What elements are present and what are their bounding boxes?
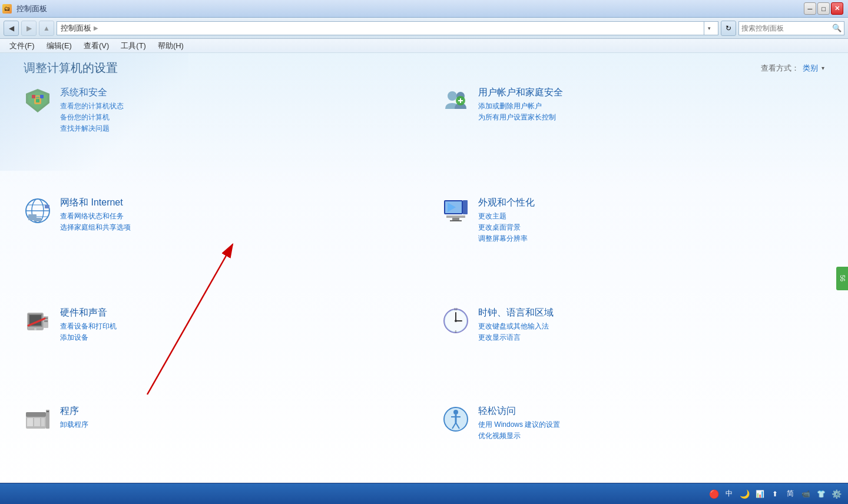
- category-programs: 程序 卸载程序: [24, 405, 406, 492]
- back-button[interactable]: ◀: [4, 21, 19, 36]
- address-field[interactable]: 控制面板 ▶ ▾: [57, 21, 718, 35]
- link-backup[interactable]: 备份您的计算机: [60, 112, 406, 122]
- up-button[interactable]: ▲: [39, 21, 54, 36]
- breadcrumb-item: 控制面板: [61, 23, 91, 34]
- search-icon[interactable]: 🔍: [832, 24, 842, 32]
- hardware-title[interactable]: 硬件和声音: [60, 307, 406, 319]
- minimize-button[interactable]: ─: [804, 2, 816, 15]
- taskbar-icon-0[interactable]: 🔴: [708, 488, 720, 500]
- taskbar-icon-up[interactable]: ⬆: [769, 488, 781, 500]
- link-desktop-bg[interactable]: 更改桌面背景: [478, 223, 824, 233]
- link-troubleshoot[interactable]: 查找并解决问题: [60, 124, 406, 134]
- main-content: 调整计算机的设置 查看方式： 类别 ▾: [0, 53, 848, 504]
- title-bar-controls: ─ □ ✕: [804, 2, 843, 15]
- link-keyboard[interactable]: 更改键盘或其他输入法: [478, 321, 824, 331]
- category-system-security: 系统和安全 查看您的计算机状态 备份您的计算机 查找并解决问题: [24, 87, 406, 185]
- clock-info: 时钟、语言和区域 更改键盘或其他输入法 更改显示语言: [478, 307, 824, 343]
- content-header: 调整计算机的设置 查看方式： 类别 ▾: [0, 53, 848, 81]
- link-resolution[interactable]: 调整屏幕分辨率: [478, 234, 824, 244]
- link-view-status[interactable]: 查看您的计算机状态: [60, 101, 406, 111]
- right-float-element: 56: [836, 267, 848, 290]
- search-box[interactable]: 🔍: [738, 21, 844, 35]
- svg-rect-24: [446, 215, 465, 218]
- appearance-title[interactable]: 外观和个性化: [478, 197, 824, 209]
- link-windows-suggest[interactable]: 使用 Windows 建议的设置: [478, 420, 824, 430]
- taskbar-icon-moon[interactable]: 🌙: [738, 488, 750, 500]
- link-network-status[interactable]: 查看网络状态和任务: [60, 211, 406, 221]
- search-input[interactable]: [741, 24, 832, 32]
- programs-title[interactable]: 程序: [60, 405, 406, 417]
- link-optimize-video[interactable]: 优化视频显示: [478, 431, 824, 441]
- taskbar-icon-video[interactable]: 📹: [800, 488, 811, 500]
- network-links: 查看网络状态和任务 选择家庭组和共享选项: [60, 211, 406, 233]
- link-theme[interactable]: 更改主题: [478, 211, 824, 221]
- taskbar-icon-zh[interactable]: 中: [723, 488, 735, 500]
- svg-rect-26: [450, 220, 462, 221]
- link-display-language[interactable]: 更改显示语言: [478, 333, 824, 343]
- appearance-info: 外观和个性化 更改主题 更改桌面背景 调整屏幕分辨率: [478, 197, 824, 244]
- category-hardware: 硬件和声音 查看设备和打印机 添加设备: [24, 307, 406, 394]
- refresh-button[interactable]: ↻: [721, 21, 736, 36]
- system-security-title[interactable]: 系统和安全: [60, 87, 406, 99]
- svg-rect-45: [34, 418, 40, 426]
- link-uninstall[interactable]: 卸载程序: [60, 420, 406, 430]
- link-homegroup[interactable]: 选择家庭组和共享选项: [60, 223, 406, 233]
- appearance-icon[interactable]: [442, 197, 470, 225]
- category-user-accounts: 用户帐户和家庭安全 添加或删除用户帐户 为所有用户设置家长控制: [442, 87, 824, 185]
- link-add-user[interactable]: 添加或删除用户帐户: [478, 101, 824, 111]
- svg-rect-47: [46, 410, 49, 429]
- network-icon[interactable]: [24, 197, 52, 225]
- appearance-links: 更改主题 更改桌面背景 调整屏幕分辨率: [478, 211, 824, 244]
- forward-button[interactable]: ▶: [21, 21, 37, 36]
- menu-edit[interactable]: 编辑(E): [42, 39, 77, 52]
- programs-links: 卸载程序: [60, 420, 406, 430]
- programs-icon[interactable]: [24, 405, 52, 433]
- address-breadcrumb: 控制面板 ▶: [61, 23, 98, 34]
- svg-rect-7: [36, 99, 39, 102]
- view-mode: 查看方式： 类别 ▾: [761, 63, 824, 74]
- programs-info: 程序 卸载程序: [60, 405, 406, 430]
- ease-access-icon[interactable]: [442, 405, 470, 433]
- ease-access-title[interactable]: 轻松访问: [478, 405, 824, 417]
- user-accounts-icon[interactable]: [442, 87, 470, 115]
- network-title[interactable]: 网络和 Internet: [60, 197, 406, 209]
- link-parental-control[interactable]: 为所有用户设置家长控制: [478, 112, 824, 122]
- category-network: 网络和 Internet 查看网络状态和任务 选择家庭组和共享选项: [24, 197, 406, 295]
- clock-title[interactable]: 时钟、语言和区域: [478, 307, 824, 319]
- taskbar: 🔴 中 🌙 📊 ⬆ 简 📹 👕 ⚙️: [0, 483, 848, 504]
- address-bar: ◀ ▶ ▲ 控制面板 ▶ ▾ ↻ 🔍: [0, 18, 848, 39]
- window-title: 控制面板: [16, 4, 47, 14]
- svg-text:6: 6: [455, 330, 457, 333]
- system-security-links: 查看您的计算机状态 备份您的计算机 查找并解决问题: [60, 101, 406, 134]
- breadcrumb-chevron: ▶: [94, 25, 98, 31]
- view-dropdown-icon[interactable]: ▾: [822, 65, 824, 71]
- system-security-icon[interactable]: [24, 87, 52, 115]
- menu-help[interactable]: 帮助(H): [153, 39, 188, 52]
- link-devices-printers[interactable]: 查看设备和打印机: [60, 321, 406, 331]
- category-appearance: 外观和个性化 更改主题 更改桌面背景 调整屏幕分辨率: [442, 197, 824, 295]
- title-bar-left: 🗂 控制面板: [2, 4, 47, 14]
- user-accounts-title[interactable]: 用户帐户和家庭安全: [478, 87, 824, 99]
- up-icon: ▲: [43, 24, 50, 32]
- taskbar-icon-jian[interactable]: 简: [784, 488, 796, 500]
- menu-tools[interactable]: 工具(T): [116, 39, 151, 52]
- system-security-info: 系统和安全 查看您的计算机状态 备份您的计算机 查找并解决问题: [60, 87, 406, 134]
- close-button[interactable]: ✕: [831, 2, 843, 15]
- address-dropdown-button[interactable]: ▾: [704, 21, 714, 35]
- taskbar-icon-shirt[interactable]: 👕: [815, 488, 827, 500]
- view-mode-value[interactable]: 类别: [803, 63, 818, 74]
- link-add-device[interactable]: 添加设备: [60, 333, 406, 343]
- svg-rect-46: [41, 418, 45, 426]
- svg-rect-6: [40, 95, 44, 98]
- taskbar-icon-gear[interactable]: ⚙️: [830, 488, 842, 500]
- hardware-icon[interactable]: [24, 307, 52, 335]
- clock-icon[interactable]: 12 6: [442, 307, 470, 335]
- forward-icon: ▶: [26, 24, 32, 32]
- svg-rect-5: [32, 95, 35, 98]
- taskbar-icon-chart[interactable]: 📊: [754, 488, 766, 500]
- svg-rect-48: [47, 411, 49, 412]
- clock-links: 更改键盘或其他输入法 更改显示语言: [478, 321, 824, 343]
- menu-file[interactable]: 文件(F): [5, 39, 39, 52]
- maximize-button[interactable]: □: [817, 2, 830, 15]
- menu-view[interactable]: 查看(V): [79, 39, 114, 52]
